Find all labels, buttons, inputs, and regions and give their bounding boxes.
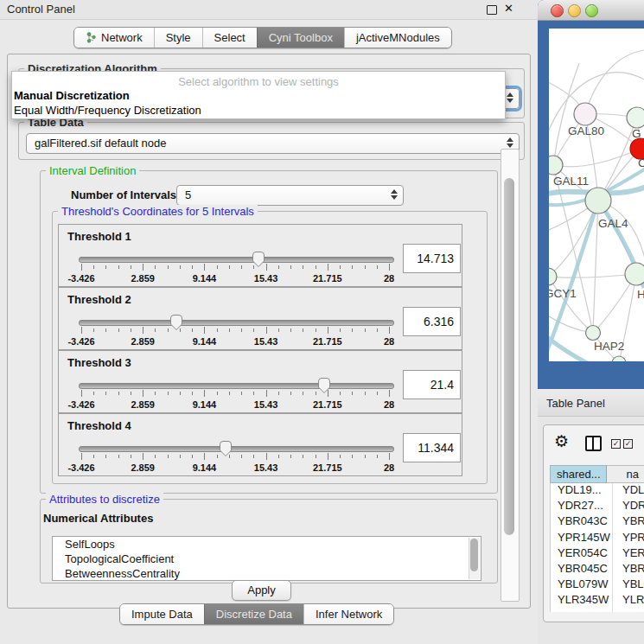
cyni-settings-panel: Discretization Algorithm Table Data galF…	[7, 54, 531, 609]
slider-thumb[interactable]	[169, 314, 183, 331]
threshold-3-value-field[interactable]: 21.4	[403, 370, 461, 399]
top-tab-bar: Network Style Select Cyni Toolbox jActiv…	[73, 27, 452, 48]
network-canvas[interactable]: GAL80 G C GAL11 GAL4 GCY1 H HAP2	[549, 29, 644, 361]
tab-cyni-toolbox[interactable]: Cyni Toolbox	[257, 28, 344, 48]
attributes-group-title: Attributes to discretize	[46, 493, 163, 506]
threshold-4-panel: Threshold 4 -3.426 2.859 9.144 15.43 21.…	[58, 413, 462, 476]
column-header-shared[interactable]: shared...	[550, 465, 607, 483]
table-row[interactable]: YIL052CYIL0	[551, 609, 644, 613]
tab-discretize-data-label: Discretize Data	[216, 608, 292, 621]
slider-thumb[interactable]	[317, 377, 331, 394]
table-row[interactable]: YBR043CYBR0	[551, 514, 644, 530]
node-gal80	[574, 103, 596, 125]
tab-style[interactable]: Style	[154, 28, 202, 48]
table-data-group: Table Data galFiltered.sif default node	[18, 122, 525, 160]
list-item[interactable]: BetweennessCentrality	[53, 566, 481, 581]
node-label: GCY1	[549, 287, 577, 300]
table-row[interactable]: YBR045CYBR0	[551, 562, 644, 577]
threshold-4-value-field[interactable]: 11.344	[403, 433, 461, 462]
column-header-name[interactable]: na	[607, 465, 644, 483]
node-label: GAL80	[568, 124, 604, 137]
number-of-intervals-label: Number of Intervals	[71, 188, 176, 201]
close-icon[interactable]: ✕	[504, 2, 513, 15]
table-row[interactable]: YBL079WYBL0	[551, 577, 644, 593]
zoom-traffic-light[interactable]	[585, 4, 598, 17]
apply-button[interactable]: Apply	[232, 580, 291, 601]
float-window-icon[interactable]	[487, 5, 497, 15]
table-panel: Table Panel ⚙ ✓ ✓ shared... na YDL19...Y…	[538, 389, 644, 644]
table-data-value: galFiltered.sif default node	[35, 137, 166, 150]
checkbox-icon[interactable]: ✓	[623, 439, 633, 449]
interval-definition-group: Interval Definition Number of Intervals …	[40, 170, 498, 494]
threshold-1-value-field[interactable]: 14.713	[403, 244, 461, 273]
table-header-row: shared... na	[550, 465, 644, 483]
threshold-3-slider[interactable]: -3.426 2.859 9.144 15.43 21.715 28	[81, 379, 389, 408]
close-traffic-light[interactable]	[551, 4, 564, 17]
list-item[interactable]: TopologicalCoefficient	[53, 552, 481, 566]
checkbox-icon[interactable]: ✓	[611, 439, 621, 449]
table-row[interactable]: YPR145WYPR1	[551, 531, 644, 546]
slider-ticks	[81, 390, 389, 398]
thresholds-group: Threshold's Coordinates for 5 Intervals …	[52, 211, 488, 484]
list-scrollbar-thumb[interactable]	[470, 539, 478, 571]
table-row[interactable]: YDL19...YDL1	[551, 483, 644, 499]
table-data-combobox[interactable]: galFiltered.sif default node	[26, 133, 520, 154]
slider-thumb[interactable]	[219, 440, 233, 457]
tab-network-label: Network	[101, 31, 143, 44]
gear-icon[interactable]: ⚙	[554, 433, 569, 450]
algorithm-option-manual[interactable]: Manual Discretization	[14, 89, 130, 102]
node-hap2	[586, 326, 601, 341]
slider-ticks	[81, 264, 389, 271]
tab-jactivemnodules[interactable]: jActiveMNodules	[344, 28, 451, 48]
algorithm-hint-item[interactable]: Select algorithm to view settings	[12, 75, 505, 88]
node-label: H	[637, 288, 644, 301]
slider-track[interactable]	[79, 320, 394, 326]
threshold-2-value-field[interactable]: 6.316	[403, 307, 461, 336]
node-partial-top-right	[627, 107, 644, 128]
tab-network[interactable]: Network	[74, 28, 154, 48]
node-table: shared... na YDL19...YDL1 YDR27...YDR2 Y…	[550, 465, 644, 612]
tab-select-label: Select	[214, 31, 245, 44]
list-scrollbar[interactable]	[469, 538, 480, 579]
threshold-4-slider[interactable]: -3.426 2.859 9.144 15.43 21.715 28	[81, 442, 389, 471]
node-label: G	[632, 127, 641, 140]
combo-arrows-icon	[391, 189, 398, 200]
slider-track[interactable]	[79, 383, 394, 389]
node-gal4	[585, 188, 611, 214]
minimize-traffic-light[interactable]	[568, 4, 581, 17]
control-panel-titlebar: Control Panel ✕	[0, 0, 538, 20]
table-panel-title: Table Panel	[546, 397, 605, 410]
threshold-1-label: Threshold 1	[67, 230, 131, 243]
algorithm-option-equal-width[interactable]: Equal Width/Frequency Discretization	[14, 104, 201, 117]
tab-select[interactable]: Select	[202, 28, 257, 48]
numerical-attributes-list[interactable]: SelfLoops TopologicalCoefficient Between…	[52, 536, 481, 581]
tab-infer-network-label: Infer Network	[316, 608, 382, 621]
threshold-2-slider[interactable]: -3.426 2.859 9.144 15.43 21.715 28	[81, 316, 389, 345]
slider-thumb[interactable]	[252, 251, 265, 268]
number-of-intervals-combobox[interactable]: 5	[176, 185, 404, 206]
column-layout-icon[interactable]	[585, 436, 602, 451]
slider-track[interactable]	[79, 446, 394, 452]
tab-impute-data[interactable]: Impute Data	[120, 604, 204, 624]
tab-infer-network[interactable]: Infer Network	[303, 604, 393, 624]
threshold-3-panel: Threshold 3 -3.426 2.859 9.144 15.43 21.…	[58, 350, 462, 413]
settings-scrollbar-thumb[interactable]	[504, 178, 514, 535]
algorithm-dropdown-popup: Select algorithm to view settings Manual…	[11, 71, 506, 119]
node-label: GAL11	[553, 175, 589, 188]
network-view-window: GAL80 G C GAL11 GAL4 GCY1 H HAP2	[538, 0, 644, 389]
table-row[interactable]: YDR27...YDR2	[551, 499, 644, 514]
slider-track[interactable]	[79, 257, 394, 263]
list-item[interactable]: SelfLoops	[53, 537, 481, 552]
tab-discretize-data[interactable]: Discretize Data	[204, 604, 303, 624]
slider-tick-labels: -3.426 2.859 9.144 15.43 21.715 28	[81, 273, 389, 284]
table-panel-header: Table Panel	[538, 389, 644, 417]
node-partial-bottom	[612, 356, 626, 361]
threshold-1-slider[interactable]: -3.426 2.859 9.144 15.43 21.715 28	[81, 252, 389, 282]
node-label: C	[638, 156, 644, 169]
numerical-attributes-label: Numerical Attributes	[43, 512, 153, 525]
settings-scrollbar[interactable]	[501, 149, 520, 602]
table-row[interactable]: YLR345WYLR3	[551, 593, 644, 609]
panel-title: Control Panel	[7, 3, 75, 16]
tab-jactivemnodules-label: jActiveMNodules	[356, 31, 440, 44]
table-row[interactable]: YER054CYER0	[551, 546, 644, 562]
